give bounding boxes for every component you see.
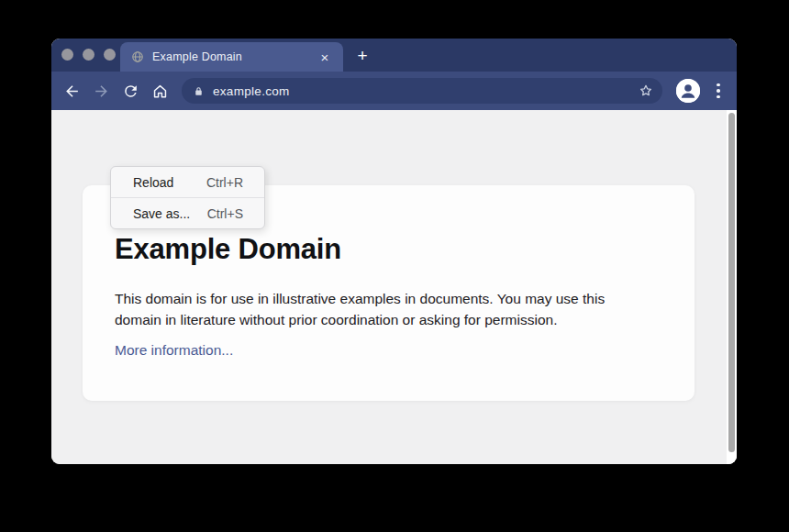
minimize-window-button[interactable] bbox=[83, 49, 94, 61]
address-bar[interactable]: example.com bbox=[182, 78, 662, 104]
close-window-button[interactable] bbox=[61, 49, 73, 61]
context-menu: Reload Ctrl+R Save as... Ctrl+S bbox=[110, 166, 265, 229]
paragraph-line: This domain is for use in illustrative e… bbox=[115, 288, 662, 309]
more-information-link[interactable]: More information... bbox=[115, 342, 233, 359]
back-arrow-icon[interactable] bbox=[61, 80, 83, 102]
zoom-window-button[interactable] bbox=[104, 49, 116, 61]
menu-item-reload[interactable]: Reload Ctrl+R bbox=[111, 167, 264, 197]
home-icon[interactable] bbox=[149, 80, 171, 102]
tab-title: Example Domain bbox=[152, 50, 242, 63]
tab-close-icon[interactable]: × bbox=[317, 50, 332, 64]
url-text: example.com bbox=[213, 84, 290, 98]
page-content: Example Domain This domain is for use in… bbox=[51, 110, 737, 464]
profile-avatar-icon[interactable] bbox=[676, 79, 700, 103]
window-titlebar: Example Domain × + bbox=[51, 39, 737, 72]
menu-item-shortcut: Ctrl+R bbox=[206, 175, 243, 190]
bookmark-star-icon[interactable] bbox=[638, 83, 654, 99]
menu-item-shortcut: Ctrl+S bbox=[207, 206, 243, 221]
kebab-menu-icon[interactable] bbox=[708, 80, 728, 102]
paragraph-line: domain in literature without prior coord… bbox=[115, 309, 662, 330]
scrollbar-thumb[interactable] bbox=[728, 113, 735, 452]
browser-window: Example Domain × + example.com bbox=[51, 39, 737, 464]
menu-item-label: Save as... bbox=[133, 206, 190, 221]
browser-toolbar: example.com bbox=[51, 72, 737, 110]
forward-arrow-icon[interactable] bbox=[90, 80, 112, 102]
menu-item-save-as[interactable]: Save as... Ctrl+S bbox=[111, 198, 264, 228]
page-heading: Example Domain bbox=[115, 233, 662, 266]
page-paragraph: This domain is for use in illustrative e… bbox=[115, 288, 662, 330]
scrollbar-track[interactable] bbox=[727, 110, 737, 464]
menu-item-label: Reload bbox=[133, 175, 173, 190]
lock-icon bbox=[193, 85, 205, 97]
new-tab-button[interactable]: + bbox=[351, 45, 373, 67]
reload-icon[interactable] bbox=[119, 80, 141, 102]
browser-tab[interactable]: Example Domain × bbox=[120, 42, 343, 72]
window-controls bbox=[61, 49, 116, 61]
globe-favicon-icon bbox=[131, 50, 144, 63]
